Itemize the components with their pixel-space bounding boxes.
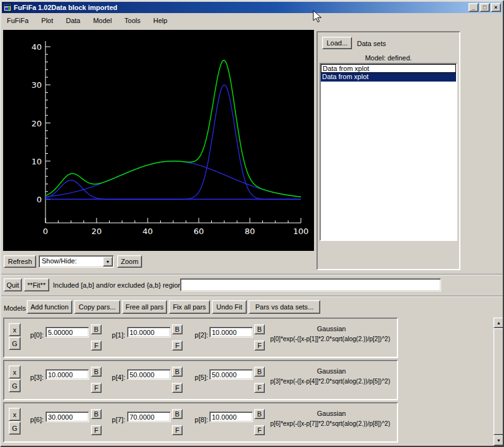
minimize-icon: _ bbox=[472, 4, 475, 11]
maximize-button[interactable]: □ bbox=[480, 3, 490, 12]
fit-button[interactable]: **Fit** bbox=[24, 278, 49, 291]
param-input[interactable] bbox=[127, 412, 171, 422]
param-label: p[4]: bbox=[105, 374, 125, 381]
menu-item-plot[interactable]: Plot bbox=[36, 14, 58, 28]
svg-text:40: 40 bbox=[143, 227, 153, 236]
scroll-thumb[interactable] bbox=[493, 328, 504, 435]
f-button[interactable]: F bbox=[172, 341, 183, 351]
param-input[interactable] bbox=[45, 412, 89, 422]
param-input[interactable] bbox=[45, 327, 89, 337]
g-button[interactable]: G bbox=[9, 379, 21, 392]
f-button[interactable]: F bbox=[172, 425, 183, 435]
scroll-down-button[interactable]: ▼ bbox=[493, 435, 504, 446]
refresh-button[interactable]: Refresh bbox=[4, 255, 36, 268]
remove-model-button[interactable]: x bbox=[9, 408, 21, 421]
b-button[interactable]: B bbox=[172, 324, 183, 334]
model-status: Model: defined. bbox=[318, 54, 459, 62]
fix-all-pars-button[interactable]: Fix all pars bbox=[169, 300, 210, 314]
window-title: FuFiFa 1.02Data block imported bbox=[14, 4, 117, 11]
free-all-pars-button[interactable]: Free all pars bbox=[122, 300, 167, 314]
b-button[interactable]: B bbox=[254, 324, 265, 334]
titlebar[interactable]: FuFiFa 1.02Data block imported _ □ × bbox=[2, 2, 502, 13]
f-button[interactable]: F bbox=[91, 425, 102, 435]
svg-text:10: 10 bbox=[31, 157, 42, 166]
add-function-button[interactable]: Add function bbox=[27, 300, 72, 314]
quit-button[interactable]: Quit bbox=[4, 278, 22, 291]
combo-dropdown-button[interactable]: ▼ bbox=[103, 256, 113, 266]
menu-item-model[interactable]: Model bbox=[88, 14, 116, 28]
svg-text:0: 0 bbox=[37, 195, 42, 204]
separator bbox=[1, 296, 504, 297]
plot-canvas: 010203040020406080100 bbox=[3, 30, 314, 251]
models-label: Models bbox=[4, 304, 26, 312]
model-type-name: Gaussian bbox=[266, 367, 397, 375]
param-input[interactable] bbox=[209, 327, 253, 337]
model-panel: x G p[3]: B F p[4]: B F p[5]: B F Gaussi… bbox=[3, 360, 398, 400]
scroll-up-button[interactable]: ▲ bbox=[493, 318, 504, 328]
show-hide-value: Show/Hide: bbox=[42, 257, 77, 265]
param-label: p[2]: bbox=[186, 331, 208, 339]
data-sets-listbox[interactable]: Data from xplot Data from xplot bbox=[320, 63, 457, 241]
scroll-up-icon: ▲ bbox=[497, 321, 501, 325]
model-panel: x G p[6]: B F p[7]: B F p[8]: B F Gaussi… bbox=[3, 402, 398, 443]
b-button[interactable]: B bbox=[254, 367, 265, 377]
app-icon bbox=[3, 3, 12, 12]
g-button[interactable]: G bbox=[9, 421, 21, 435]
f-button[interactable]: F bbox=[172, 383, 183, 393]
menu-item-data[interactable]: Data bbox=[61, 14, 85, 28]
param-label: p[0]: bbox=[23, 331, 44, 339]
zoom-button[interactable]: Zoom bbox=[117, 255, 142, 268]
model-formula: p[6]*exp(-([x-p[7]]*2.0*sqrt(alog(2.))/p… bbox=[264, 420, 397, 427]
menu-item-tools[interactable]: Tools bbox=[120, 14, 146, 28]
model-formula: p[3]*exp(-([x-p[4]]*2.0*sqrt(alog(2.))/p… bbox=[264, 378, 397, 385]
param-input[interactable] bbox=[45, 369, 89, 380]
svg-text:40: 40 bbox=[31, 42, 42, 52]
models-scrollbar[interactable]: ▲ ▼ bbox=[493, 318, 504, 446]
maximize-icon: □ bbox=[483, 4, 486, 11]
param-input[interactable] bbox=[127, 327, 171, 337]
g-button[interactable]: G bbox=[9, 337, 21, 350]
load-button[interactable]: Load... bbox=[322, 37, 352, 49]
list-item[interactable]: Data from xplot bbox=[321, 73, 456, 82]
window-controls: _ □ × bbox=[468, 3, 501, 12]
b-button[interactable]: B bbox=[91, 367, 102, 377]
remove-model-button[interactable]: x bbox=[9, 323, 21, 336]
plot-area[interactable]: 010203040020406080100 bbox=[3, 30, 314, 251]
b-button[interactable]: B bbox=[91, 409, 102, 419]
model-panel: x G p[0]: B F p[1]: B F p[2]: B F Gaussi… bbox=[3, 318, 398, 358]
app-window: FuFiFa 1.02Data block imported _ □ × FuF… bbox=[0, 0, 504, 447]
copy-pars-button[interactable]: Copy pars... bbox=[74, 300, 120, 314]
separator bbox=[1, 274, 504, 275]
param-input[interactable] bbox=[209, 412, 253, 422]
param-input[interactable] bbox=[209, 369, 253, 380]
data-sets-panel: Load... Data sets Model: defined. Data f… bbox=[316, 31, 460, 270]
scroll-down-icon: ▼ bbox=[497, 438, 501, 443]
svg-text:20: 20 bbox=[31, 119, 42, 128]
b-button[interactable]: B bbox=[172, 409, 183, 419]
minimize-button[interactable]: _ bbox=[468, 3, 478, 12]
f-button[interactable]: F bbox=[91, 383, 102, 393]
menu-item-help[interactable]: Help bbox=[148, 14, 173, 28]
show-hide-combobox[interactable]: Show/Hide: ▼ bbox=[39, 255, 114, 268]
svg-text:0: 0 bbox=[43, 227, 48, 236]
svg-text:30: 30 bbox=[31, 80, 42, 90]
b-button[interactable]: B bbox=[91, 324, 102, 334]
regions-input[interactable] bbox=[180, 278, 441, 291]
f-button[interactable]: F bbox=[91, 341, 102, 351]
param-label: p[5]: bbox=[186, 374, 208, 381]
remove-model-button[interactable]: x bbox=[9, 365, 21, 379]
param-input[interactable] bbox=[127, 369, 171, 380]
param-label: p[1]: bbox=[105, 331, 125, 339]
close-button[interactable]: × bbox=[491, 3, 501, 12]
regions-label: Included [a,b] and/or excluded {a,b} reg… bbox=[53, 281, 187, 289]
param-label: p[6]: bbox=[23, 416, 44, 423]
pars-vs-datasets-button[interactable]: Pars vs data sets... bbox=[249, 300, 320, 314]
svg-text:100: 100 bbox=[293, 227, 309, 236]
list-item[interactable]: Data from xplot bbox=[321, 64, 456, 73]
b-button[interactable]: B bbox=[254, 409, 265, 419]
menu-item-fufifa[interactable]: FuFiFa bbox=[2, 14, 34, 28]
menubar: FuFiFa Plot Data Model Tools Help bbox=[2, 14, 502, 28]
b-button[interactable]: B bbox=[172, 367, 183, 377]
param-label: p[7]: bbox=[105, 416, 125, 423]
undo-fit-button[interactable]: Undo Fit bbox=[212, 300, 247, 314]
